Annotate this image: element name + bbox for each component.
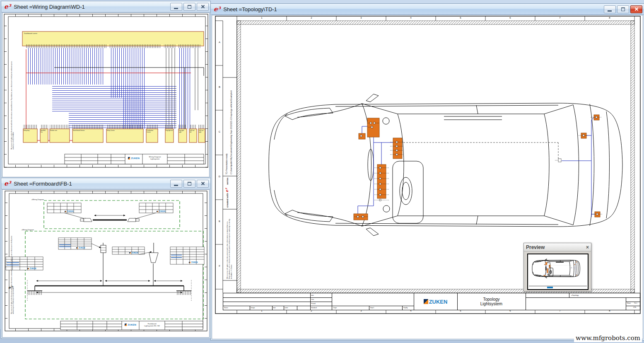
formboard-sheet-canvas[interactable]: =Wiring Diagram =Wiring Diagram ZUKEN ZU… — [2, 190, 209, 337]
margin-notes: TD-Presentation-ready C:\Users\public\My… — [224, 90, 234, 174]
zuken-logo: ZUKEN — [414, 293, 457, 310]
created-with-note: created with e³ series — [225, 178, 229, 208]
e3-app-icon[interactable]: e³ — [4, 4, 11, 10]
e3-app-icon[interactable]: e³ — [4, 181, 11, 187]
sheet-title: Topology Lightsystem — [457, 293, 526, 310]
row-letter: E — [217, 220, 222, 222]
preview-canvas[interactable] — [527, 254, 589, 290]
column-number: 6 — [506, 17, 514, 19]
minimize-button[interactable] — [170, 180, 182, 188]
restore-button[interactable] — [183, 180, 195, 188]
connector-box-console[interactable] — [377, 164, 386, 198]
row-letter: D — [217, 175, 222, 178]
preview-titleblock-strip — [529, 286, 587, 288]
column-number: 8 — [605, 17, 614, 19]
connector-box-bottom[interactable] — [354, 214, 368, 220]
connector-pin-rows — [25, 44, 200, 48]
wiring-sheet-canvas[interactable]: Dashboard carrier Relay bay MiniSNC Drv … — [2, 13, 209, 177]
dashboard-carrier-label: Dashboard carrier — [24, 33, 49, 35]
rights-notice: We reserve all rights in this document a… — [11, 58, 14, 150]
zuken-logo: ZUKEN — [27, 268, 36, 270]
zuken-logo: ZUKEN — [157, 210, 165, 213]
zuken-logo: ZUKEN — [65, 210, 73, 213]
row-letter: F — [217, 265, 222, 267]
title-block: Status charge date name date User Proved… — [223, 293, 640, 310]
component-label: MiniSNC Drv — [41, 130, 48, 133]
region-label: =Wiring Diagram — [31, 198, 44, 200]
zuken-logo: ZUKEN — [125, 157, 142, 159]
component-label: Flasher unit — [50, 130, 69, 132]
window-formboard: e³ Sheet =Formboard\FB-1 — [1, 178, 211, 339]
row-letter: A — [217, 41, 222, 43]
component-label: Relay bay — [24, 130, 37, 132]
preview-titlebar[interactable]: Preview × — [524, 243, 591, 251]
zuken-logo: ZUKEN — [129, 252, 138, 254]
window-title: Sheet =Formboard\FB-1 — [14, 181, 72, 187]
titlebar-formboard[interactable]: e³ Sheet =Formboard\FB-1 — [1, 178, 210, 189]
rights-notice: We reserve all rights in this document a… — [11, 235, 14, 314]
close-button[interactable] — [197, 180, 209, 188]
column-number: 7 — [556, 17, 564, 19]
component-label: LED tail right — [199, 130, 205, 133]
zuken-logo: ZUKEN — [123, 324, 138, 326]
restore-button[interactable] — [183, 3, 195, 11]
row-letter: B — [217, 86, 222, 88]
close-button[interactable] — [197, 3, 209, 11]
dashboard-carrier-block[interactable] — [22, 31, 204, 46]
minimize-icon — [174, 185, 178, 186]
restore-button[interactable] — [617, 5, 629, 13]
window-title: Sheet =Topology\TD-1 — [223, 6, 277, 12]
zuken-icon — [128, 157, 130, 159]
zuken-logo: ZUKEN — [76, 247, 85, 249]
minimize-button[interactable] — [604, 5, 616, 13]
titleblock-title: FormboardLightsystem H1 / H2 — [140, 323, 164, 327]
component-label: LED tail left — [190, 130, 196, 133]
close-button[interactable] — [630, 5, 642, 13]
zuken-logo: ZUKEN — [189, 261, 198, 263]
column-number: 4 — [407, 17, 415, 19]
region-label: =Wiring Diagram — [22, 229, 34, 231]
connector-splice[interactable] — [558, 159, 561, 162]
restore-icon — [188, 182, 191, 186]
column-number: 5 — [456, 17, 465, 19]
preview-mini-drawing — [528, 254, 586, 285]
window-topology: e³ Sheet =Topology\TD-1 — [210, 3, 644, 341]
component-label: Fog light left — [166, 130, 173, 132]
minimize-button[interactable] — [170, 3, 182, 11]
component-label: Pushbutton Carrier — [147, 130, 157, 133]
column-number: 3 — [357, 17, 365, 19]
titleblock-title: Wiring DiagramLightsystem — [143, 156, 166, 160]
restore-icon — [188, 5, 191, 9]
formboard-sheet-drawing — [2, 190, 210, 337]
preview-zuken-mark — [547, 287, 553, 288]
preview-panel: Preview × — [523, 243, 591, 292]
column-number: 2 — [307, 17, 316, 19]
topology-sheet-canvas[interactable]: 1 2 3 4 5 6 7 8 1 2 3 4 5 6 7 8 A B C D … — [212, 15, 643, 339]
preview-title: Preview — [526, 244, 545, 250]
restore-icon — [621, 7, 625, 11]
minimize-icon — [608, 10, 612, 12]
wiring-sheet-drawing — [2, 13, 210, 177]
minimize-icon — [174, 8, 178, 9]
connector-box-dashboard[interactable] — [367, 118, 379, 137]
titlebar-wiring[interactable]: e³ Sheet =Wiring Diagram\WD-1 — [1, 1, 210, 12]
preview-close-icon[interactable]: × — [586, 245, 589, 250]
titlebar-topology[interactable]: e³ Sheet =Topology\TD-1 — [211, 4, 644, 15]
component-label: Relay Carrier — [107, 130, 143, 132]
window-title: Sheet =Wiring Diagram\WD-1 — [14, 4, 85, 10]
column-number: 1 — [258, 17, 266, 19]
row-letter: C — [217, 130, 222, 133]
watermark: www.mfgrobots.com — [574, 333, 642, 342]
component-label: Fog light right — [179, 130, 186, 133]
component-label: Switchboard Interior — [73, 130, 103, 132]
e3-app-icon[interactable]: e³ — [214, 6, 220, 12]
zuken-icon — [424, 299, 428, 304]
window-wiring-diagram: e³ Sheet =Wiring Diagram\WD-1 — [1, 1, 211, 179]
connector-box-right[interactable] — [393, 138, 402, 159]
rights-notice: We reserve all rights in this document a… — [226, 212, 232, 279]
